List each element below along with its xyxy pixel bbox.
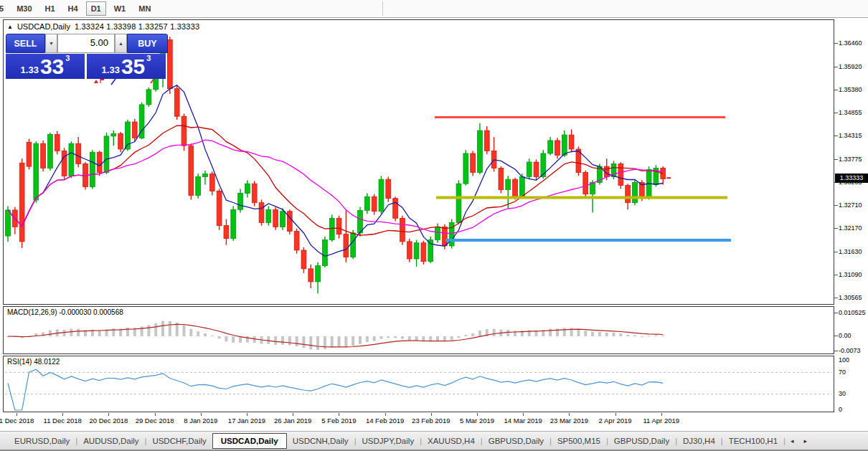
candle [118,132,123,152]
macd-histogram-bar [70,328,72,336]
macd-panel[interactable] [3,306,834,354]
tab-audusd-daily[interactable]: AUDUSD,Daily [77,434,144,448]
candle [48,133,53,171]
macd-histogram-bar [577,329,580,336]
sell-quote[interactable]: 1.33 33 3 [6,54,85,79]
macd-axis-label: 0.010525 [839,309,866,316]
timeframe-button-mn[interactable]: MN [133,1,156,16]
date-axis-tick [62,413,63,416]
macd-histogram-bar [281,336,284,345]
macd-histogram-bar [619,333,622,336]
tab-dj30-h4[interactable]: DJ30,H4 [677,434,721,448]
timeframe-button-h4[interactable]: H4 [63,1,83,16]
timeframe-button-d1[interactable]: D1 [86,1,106,16]
tabs-scroll-right-icon[interactable]: ▸ [798,437,812,445]
macd-histogram-bar [506,330,509,336]
rsi-chart [4,356,834,412]
candle [548,137,553,155]
date-axis-label: 17 Jan 2019 [228,417,265,424]
price-axis-tick [834,90,838,90]
tab-xauusd-h4[interactable]: XAUUSD,H4 [422,434,481,448]
macd-axis-tick [834,336,838,336]
tabs-scroll-left-icon[interactable]: ◂ [786,437,799,445]
tab-sp500-m15[interactable]: SP500,M15 [552,434,606,448]
tab-gbpusd-daily[interactable]: GBPUSD,Daily [608,434,675,448]
macd-histogram-bar [316,336,319,350]
candle [555,138,560,158]
candle [132,119,137,141]
candle [301,247,306,273]
macd-histogram-bar [471,333,474,336]
timeframe-button-h1[interactable]: H1 [40,1,60,16]
macd-histogram-bar [641,336,643,337]
volume-dropdown-icon[interactable]: ▼ [45,34,57,53]
macd-histogram-bar [49,331,52,336]
rsi-axis-label: 100 [839,356,849,364]
macd-histogram-bar [373,336,376,341]
tab-eurusd-daily[interactable]: EURUSD,Daily [9,434,75,448]
tab-gbpusd-daily[interactable]: GBPUSD,Daily [483,434,549,448]
macd-histogram-bar [147,325,150,336]
volume-up-icon[interactable]: ▲ [115,34,127,53]
macd-histogram-bar [296,336,298,346]
macd-histogram-bar [183,325,186,336]
volume-input[interactable]: 5.00 [57,34,115,53]
timeframe-toolbar: 5M30H1H4D1W1MN [0,0,868,18]
price-axis-label: 1.32710 [839,201,862,209]
candle [364,193,369,214]
macd-histogram-bar [415,336,418,341]
price-axis-label: 1.35380 [839,86,862,93]
macd-histogram-bar [77,329,80,336]
tab-tech100-h1[interactable]: TECH100,H1 [723,434,783,448]
buy-price-point: 3 [146,54,151,62]
date-axis-tick [293,413,293,416]
macd-label: MACD(12,26,9) -0.000030 0.000568 [7,308,123,316]
rsi-panel[interactable] [3,356,834,412]
macd-axis-label: 0.00 [839,332,852,339]
chart-ohlc-values: 1.33324 1.33398 1.33257 1.33333 [75,22,199,31]
candle [308,265,313,288]
price-axis-tick [834,43,838,44]
date-axis-tick [247,413,247,416]
candle [287,209,292,234]
sell-button[interactable]: SELL [6,34,45,53]
candle [463,150,468,185]
macd-histogram-bar [450,336,453,340]
rsi-label: RSI(14) 48.0122 [7,358,60,366]
macd-histogram-bar [478,331,481,336]
candle [491,137,496,171]
candle [167,37,172,94]
candle [62,148,67,180]
date-axis-tick [523,413,524,416]
macd-histogram-bar [253,336,256,343]
macd-histogram-bar [331,336,334,348]
macd-histogram-bar [648,336,651,336]
candle [344,211,349,262]
timeframe-button-w1[interactable]: W1 [109,1,131,16]
timeframe-button-5[interactable]: 5 [0,1,9,16]
candle [414,239,419,266]
buy-button[interactable]: BUY [127,34,168,53]
collapse-panel-icon[interactable]: ▲ [7,24,13,30]
macd-histogram-bar [493,329,496,336]
candle [90,150,95,189]
tab-usdchf-daily[interactable]: USDCHF,Daily [146,434,212,448]
timeframe-button-m30[interactable]: M30 [11,1,37,16]
current-price-badge: 1.33333 [835,174,868,183]
tab-usdjpy-daily[interactable]: USDJPY,Daily [356,434,420,448]
macd-histogram-bar [563,328,566,336]
candle [34,141,39,203]
macd-histogram-bar [246,336,249,343]
price-axis-tick [834,113,838,113]
date-axis-label: 23 Mar 2019 [550,417,588,424]
candle [266,206,271,226]
date-axis-label: 2 Apr 2019 [599,417,632,424]
macd-chart [4,307,834,353]
candle [646,166,651,199]
buy-quote[interactable]: 1.33 35 3 [87,54,166,79]
macd-histogram-bar [401,336,404,339]
tab-usdcad-daily[interactable]: USDCAD,Daily [212,433,287,449]
tab-usdcnh-daily[interactable]: USDCNH,Daily [287,434,354,448]
candle [484,126,489,154]
date-axis-label: 23 Feb 2019 [412,417,450,424]
